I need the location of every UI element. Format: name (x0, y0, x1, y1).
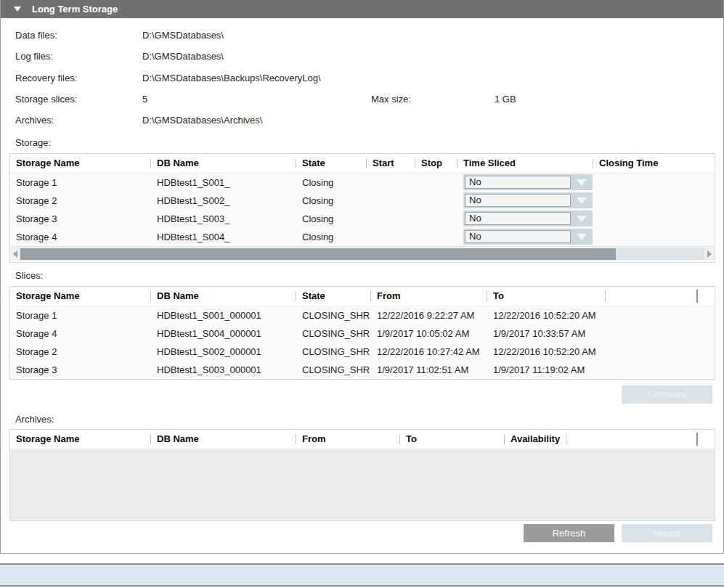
table-row[interactable]: Storage 2HDBtest1_S002_ClosingNo (10, 192, 715, 210)
storage-name-cell: Storage 4 (10, 324, 151, 343)
storage-section-label: Storage: (15, 137, 51, 148)
start-cell (367, 210, 415, 228)
storage-name-cell: Storage 1 (10, 173, 151, 192)
column-header[interactable]: DB Name (151, 154, 296, 173)
scroll-left-icon[interactable] (10, 250, 20, 258)
state-cell: CLOSING_SHR (296, 343, 371, 361)
recovery-files-value: D:\GMSDatabases\Backups\RecoveryLog\ (142, 73, 321, 83)
storage-name-cell: Storage 1 (10, 306, 151, 324)
column-header[interactable]: Time Sliced (457, 154, 593, 173)
archives-table-header: Storage NameDB NameFromToAvailability (10, 430, 715, 449)
column-header[interactable]: DB Name (151, 430, 296, 449)
table-row[interactable]: Storage 3HDBtest1_S003_000001CLOSING_SHR… (10, 361, 715, 379)
column-header[interactable] (606, 287, 698, 306)
scrollbar-track[interactable] (20, 248, 704, 260)
archives-path-label: Archives: (15, 115, 54, 126)
state-cell: Closing (296, 228, 367, 246)
column-header[interactable]: Start (367, 154, 415, 173)
dropdown-selected-value: No (465, 176, 571, 189)
max-size-label: Max size: (371, 94, 411, 105)
start-cell (367, 173, 415, 192)
table-row[interactable]: Storage 2HDBtest1_S002_000001CLOSING_SHR… (10, 343, 715, 361)
refresh-button[interactable]: Refresh (524, 524, 614, 542)
from-cell: 1/9/2017 10:05:02 AM (371, 324, 487, 343)
state-cell: Closing (296, 210, 367, 228)
slices-table-body: Storage 1HDBtest1_S001_000001CLOSING_SHR… (10, 306, 715, 379)
time-sliced-cell: No (457, 192, 593, 210)
archives-table-body (10, 449, 715, 520)
table-row[interactable]: Storage 4HDBtest1_S004_000001CLOSING_SHR… (10, 324, 715, 343)
data-files-row: Data files: D:\GMSDatabases\ (1, 30, 723, 43)
table-row[interactable]: Storage 1HDBtest1_S001_ClosingNo (10, 173, 715, 192)
archives-path-value: D:\GMSDatabases\Archives\ (142, 115, 262, 126)
chevron-down-icon[interactable] (571, 192, 593, 208)
time-sliced-dropdown[interactable]: No (463, 211, 593, 226)
table-row[interactable]: Storage 1HDBtest1_S001_000001CLOSING_SHR… (10, 306, 715, 324)
table-row[interactable]: Storage 4HDBtest1_S004_ClosingNo (10, 228, 715, 246)
storage-name-cell: Storage 2 (10, 343, 151, 361)
state-cell: Closing (296, 173, 367, 192)
db-name-cell: HDBtest1_S004_ (151, 228, 296, 246)
storage-table-header: Storage NameDB NameStateStartStopTime Sl… (10, 154, 715, 173)
column-header[interactable]: From (371, 287, 487, 306)
storage-name-cell: Storage 4 (10, 228, 151, 246)
stop-cell (415, 228, 457, 246)
column-header[interactable] (566, 430, 698, 449)
scroll-right-icon[interactable] (704, 250, 715, 258)
bottom-strip (0, 563, 724, 587)
time-sliced-dropdown[interactable]: No (463, 174, 593, 190)
collapse-expander-icon[interactable] (14, 7, 21, 12)
max-size-value: 1 GB (495, 94, 516, 105)
column-header[interactable]: Storage Name (10, 430, 151, 449)
time-sliced-cell: No (457, 228, 593, 246)
mount-button[interactable]: Mount (622, 524, 712, 542)
archives-path-row: Archives: D:\GMSDatabases\Archives\ (1, 115, 723, 128)
time-sliced-dropdown[interactable]: No (463, 192, 593, 208)
db-name-cell: HDBtest1_S003_ (151, 210, 296, 228)
stop-cell (415, 192, 457, 210)
long-term-storage-window: Long Term Storage Data files: D:\GMSData… (0, 0, 724, 588)
column-header[interactable]: Closing Time (593, 154, 715, 173)
db-name-cell: HDBtest1_S001_000001 (151, 306, 296, 324)
from-cell: 12/22/2016 10:27:42 AM (371, 343, 487, 361)
column-header[interactable]: Storage Name (10, 287, 151, 306)
closing-time-cell (593, 228, 715, 246)
panel-header[interactable]: Long Term Storage (1, 0, 723, 18)
storage-name-cell: Storage 3 (10, 210, 151, 228)
archives-section-label: Archives: (15, 414, 54, 425)
closing-time-cell (593, 192, 715, 210)
table-row[interactable]: Storage 3HDBtest1_S003_ClosingNo (10, 210, 715, 228)
db-name-cell: HDBtest1_S002_ (151, 192, 296, 210)
chevron-down-icon[interactable] (571, 211, 593, 226)
unmount-button[interactable]: Unmount (622, 385, 712, 404)
start-cell (367, 192, 415, 210)
column-header[interactable]: To (400, 430, 505, 449)
data-files-label: Data files: (15, 30, 57, 41)
dropdown-selected-value: No (465, 212, 571, 225)
horizontal-scrollbar[interactable] (10, 246, 715, 261)
stop-cell (415, 210, 457, 228)
time-sliced-dropdown[interactable]: No (463, 229, 593, 245)
chevron-down-icon[interactable] (571, 174, 593, 190)
chevron-down-icon[interactable] (571, 229, 593, 245)
closing-time-cell (593, 210, 715, 228)
extra-cell (606, 343, 698, 361)
recovery-files-row: Recovery files: D:\GMSDatabases\Backups\… (1, 73, 723, 86)
log-files-row: Log files: D:\GMSDatabases\ (1, 51, 723, 64)
column-header[interactable]: DB Name (151, 287, 296, 306)
column-header[interactable]: To (487, 287, 606, 306)
column-header[interactable]: Availability (505, 430, 566, 449)
data-files-value: D:\GMSDatabases\ (142, 30, 224, 41)
db-name-cell: HDBtest1_S004_000001 (151, 324, 296, 343)
dropdown-selected-value: No (465, 230, 571, 243)
column-header[interactable]: State (296, 154, 367, 173)
column-header[interactable]: Stop (415, 154, 457, 173)
column-header[interactable]: Storage Name (10, 154, 151, 173)
column-header[interactable]: State (296, 287, 371, 306)
column-header[interactable]: From (296, 430, 400, 449)
log-files-value: D:\GMSDatabases\ (142, 51, 224, 62)
scrollbar-thumb[interactable] (20, 248, 616, 260)
state-cell: CLOSING_SHR (296, 306, 371, 324)
recovery-files-label: Recovery files: (15, 73, 77, 83)
storage-table-body: Storage 1HDBtest1_S001_ClosingNoStorage … (10, 173, 715, 246)
